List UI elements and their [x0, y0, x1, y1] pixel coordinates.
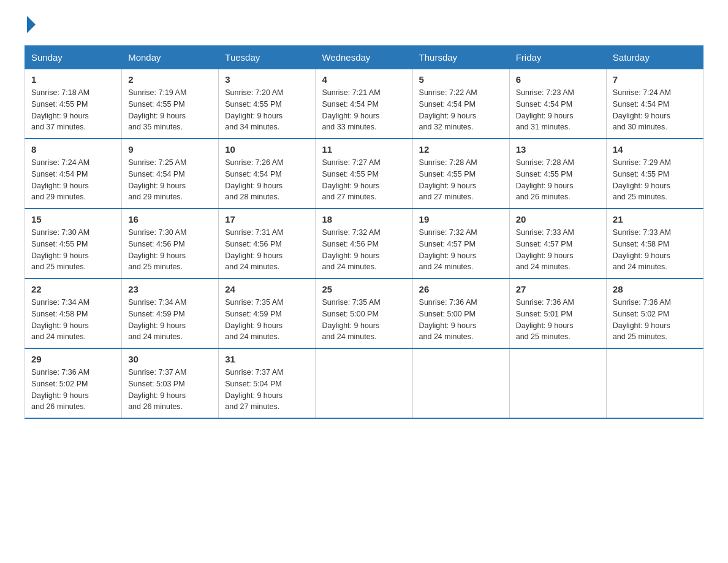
day-number: 12 — [419, 144, 503, 155]
calendar-cell — [509, 348, 606, 418]
day-info: Sunrise: 7:30 AM Sunset: 4:56 PM Dayligh… — [128, 227, 212, 273]
calendar-cell: 10 Sunrise: 7:26 AM Sunset: 4:54 PM Dayl… — [219, 139, 316, 209]
calendar-cell: 19 Sunrise: 7:32 AM Sunset: 4:57 PM Dayl… — [412, 209, 509, 278]
calendar-cell: 12 Sunrise: 7:28 AM Sunset: 4:55 PM Dayl… — [412, 139, 509, 209]
day-number: 25 — [322, 284, 406, 294]
calendar-cell: 11 Sunrise: 7:27 AM Sunset: 4:55 PM Dayl… — [316, 139, 412, 209]
day-number: 19 — [419, 214, 503, 224]
calendar-cell: 7 Sunrise: 7:24 AM Sunset: 4:54 PM Dayli… — [606, 69, 703, 139]
calendar-week-row: 29 Sunrise: 7:36 AM Sunset: 5:02 PM Dayl… — [25, 348, 703, 418]
day-info: Sunrise: 7:37 AM Sunset: 5:04 PM Dayligh… — [225, 367, 309, 413]
day-number: 13 — [516, 144, 600, 155]
calendar-cell: 25 Sunrise: 7:35 AM Sunset: 5:00 PM Dayl… — [316, 278, 412, 348]
calendar-cell: 17 Sunrise: 7:31 AM Sunset: 4:56 PM Dayl… — [219, 209, 316, 278]
day-number: 23 — [128, 284, 212, 294]
day-info: Sunrise: 7:30 AM Sunset: 4:55 PM Dayligh… — [31, 227, 115, 273]
day-number: 15 — [31, 214, 115, 224]
day-number: 18 — [322, 214, 406, 224]
calendar-week-row: 22 Sunrise: 7:34 AM Sunset: 4:58 PM Dayl… — [25, 278, 703, 348]
day-info: Sunrise: 7:36 AM Sunset: 5:01 PM Dayligh… — [516, 297, 600, 343]
day-number: 7 — [613, 74, 697, 85]
day-info: Sunrise: 7:35 AM Sunset: 4:59 PM Dayligh… — [225, 297, 309, 343]
day-info: Sunrise: 7:28 AM Sunset: 4:55 PM Dayligh… — [419, 157, 503, 203]
calendar-cell: 6 Sunrise: 7:23 AM Sunset: 4:54 PM Dayli… — [509, 69, 606, 139]
calendar-cell: 9 Sunrise: 7:25 AM Sunset: 4:54 PM Dayli… — [122, 139, 219, 209]
day-number: 9 — [128, 144, 212, 155]
day-info: Sunrise: 7:19 AM Sunset: 4:55 PM Dayligh… — [128, 87, 212, 133]
column-header-wednesday: Wednesday — [316, 46, 412, 69]
day-info: Sunrise: 7:24 AM Sunset: 4:54 PM Dayligh… — [613, 87, 697, 133]
day-number: 3 — [225, 74, 309, 85]
day-number: 8 — [31, 144, 115, 155]
column-header-monday: Monday — [122, 46, 219, 69]
calendar-cell — [412, 348, 509, 418]
calendar-cell: 20 Sunrise: 7:33 AM Sunset: 4:57 PM Dayl… — [509, 209, 606, 278]
calendar-cell: 21 Sunrise: 7:33 AM Sunset: 4:58 PM Dayl… — [606, 209, 703, 278]
day-info: Sunrise: 7:20 AM Sunset: 4:55 PM Dayligh… — [225, 87, 309, 133]
day-number: 4 — [322, 74, 406, 85]
column-header-tuesday: Tuesday — [219, 46, 316, 69]
day-info: Sunrise: 7:27 AM Sunset: 4:55 PM Dayligh… — [322, 157, 406, 203]
day-number: 31 — [225, 354, 309, 364]
calendar-cell: 27 Sunrise: 7:36 AM Sunset: 5:01 PM Dayl… — [509, 278, 606, 348]
calendar-cell: 31 Sunrise: 7:37 AM Sunset: 5:04 PM Dayl… — [219, 348, 316, 418]
calendar-cell: 13 Sunrise: 7:28 AM Sunset: 4:55 PM Dayl… — [509, 139, 606, 209]
calendar-week-row: 15 Sunrise: 7:30 AM Sunset: 4:55 PM Dayl… — [25, 209, 703, 278]
day-info: Sunrise: 7:21 AM Sunset: 4:54 PM Dayligh… — [322, 87, 406, 133]
day-number: 24 — [225, 284, 309, 294]
calendar-table: SundayMondayTuesdayWednesdayThursdayFrid… — [25, 45, 703, 419]
day-info: Sunrise: 7:32 AM Sunset: 4:57 PM Dayligh… — [419, 227, 503, 273]
day-info: Sunrise: 7:34 AM Sunset: 4:58 PM Dayligh… — [31, 297, 115, 343]
calendar-cell: 4 Sunrise: 7:21 AM Sunset: 4:54 PM Dayli… — [316, 69, 412, 139]
day-number: 10 — [225, 144, 309, 155]
day-info: Sunrise: 7:32 AM Sunset: 4:56 PM Dayligh… — [322, 227, 406, 273]
calendar-cell: 15 Sunrise: 7:30 AM Sunset: 4:55 PM Dayl… — [25, 209, 122, 278]
day-info: Sunrise: 7:36 AM Sunset: 5:00 PM Dayligh… — [419, 297, 503, 343]
column-header-friday: Friday — [509, 46, 606, 69]
calendar-cell: 28 Sunrise: 7:36 AM Sunset: 5:02 PM Dayl… — [606, 278, 703, 348]
day-number: 27 — [516, 284, 600, 294]
logo-triangle-icon — [27, 16, 36, 33]
day-info: Sunrise: 7:31 AM Sunset: 4:56 PM Dayligh… — [225, 227, 309, 273]
calendar-header-row: SundayMondayTuesdayWednesdayThursdayFrid… — [25, 46, 703, 69]
page-header — [25, 18, 703, 33]
day-number: 16 — [128, 214, 212, 224]
day-number: 29 — [31, 354, 115, 364]
day-info: Sunrise: 7:35 AM Sunset: 5:00 PM Dayligh… — [322, 297, 406, 343]
day-number: 1 — [31, 74, 115, 85]
calendar-cell: 29 Sunrise: 7:36 AM Sunset: 5:02 PM Dayl… — [25, 348, 122, 418]
day-info: Sunrise: 7:36 AM Sunset: 5:02 PM Dayligh… — [613, 297, 697, 343]
calendar-cell — [606, 348, 703, 418]
day-info: Sunrise: 7:33 AM Sunset: 4:57 PM Dayligh… — [516, 227, 600, 273]
column-header-sunday: Sunday — [25, 46, 122, 69]
day-info: Sunrise: 7:23 AM Sunset: 4:54 PM Dayligh… — [516, 87, 600, 133]
logo — [25, 18, 36, 33]
calendar-cell: 22 Sunrise: 7:34 AM Sunset: 4:58 PM Dayl… — [25, 278, 122, 348]
calendar-cell: 2 Sunrise: 7:19 AM Sunset: 4:55 PM Dayli… — [122, 69, 219, 139]
day-number: 17 — [225, 214, 309, 224]
calendar-cell: 8 Sunrise: 7:24 AM Sunset: 4:54 PM Dayli… — [25, 139, 122, 209]
calendar-cell: 30 Sunrise: 7:37 AM Sunset: 5:03 PM Dayl… — [122, 348, 219, 418]
calendar-week-row: 8 Sunrise: 7:24 AM Sunset: 4:54 PM Dayli… — [25, 139, 703, 209]
calendar-cell: 26 Sunrise: 7:36 AM Sunset: 5:00 PM Dayl… — [412, 278, 509, 348]
calendar-cell: 23 Sunrise: 7:34 AM Sunset: 4:59 PM Dayl… — [122, 278, 219, 348]
calendar-cell: 24 Sunrise: 7:35 AM Sunset: 4:59 PM Dayl… — [219, 278, 316, 348]
calendar-cell: 18 Sunrise: 7:32 AM Sunset: 4:56 PM Dayl… — [316, 209, 412, 278]
day-info: Sunrise: 7:33 AM Sunset: 4:58 PM Dayligh… — [613, 227, 697, 273]
day-number: 22 — [31, 284, 115, 294]
day-info: Sunrise: 7:34 AM Sunset: 4:59 PM Dayligh… — [128, 297, 212, 343]
column-header-saturday: Saturday — [606, 46, 703, 69]
day-info: Sunrise: 7:22 AM Sunset: 4:54 PM Dayligh… — [419, 87, 503, 133]
calendar-week-row: 1 Sunrise: 7:18 AM Sunset: 4:55 PM Dayli… — [25, 69, 703, 139]
calendar-cell: 16 Sunrise: 7:30 AM Sunset: 4:56 PM Dayl… — [122, 209, 219, 278]
day-number: 14 — [613, 144, 697, 155]
day-number: 11 — [322, 144, 406, 155]
day-info: Sunrise: 7:29 AM Sunset: 4:55 PM Dayligh… — [613, 157, 697, 203]
day-number: 30 — [128, 354, 212, 364]
day-info: Sunrise: 7:28 AM Sunset: 4:55 PM Dayligh… — [516, 157, 600, 203]
day-info: Sunrise: 7:24 AM Sunset: 4:54 PM Dayligh… — [31, 157, 115, 203]
day-info: Sunrise: 7:36 AM Sunset: 5:02 PM Dayligh… — [31, 367, 115, 413]
calendar-cell: 3 Sunrise: 7:20 AM Sunset: 4:55 PM Dayli… — [219, 69, 316, 139]
day-number: 28 — [613, 284, 697, 294]
day-info: Sunrise: 7:18 AM Sunset: 4:55 PM Dayligh… — [31, 87, 115, 133]
